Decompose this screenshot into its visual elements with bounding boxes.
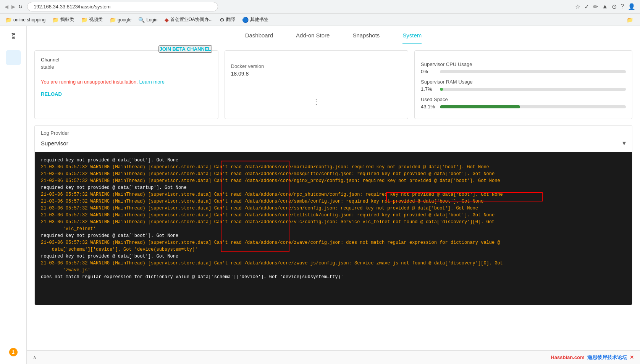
more-options-icon[interactable]: ⋮: [312, 97, 320, 106]
log-line-14: does not match regular expression for di…: [41, 274, 626, 280]
log-line-1: 21-03-06 05:57:32 WARNING (MainThread) […: [41, 164, 626, 171]
learn-more-link[interactable]: Learn more: [139, 79, 165, 85]
log-line-0: required key not provided @ data['boot']…: [41, 157, 626, 164]
browser-ext-triangle[interactable]: ▲: [602, 3, 608, 10]
hassbian-logo: Hassbian.com 瀚思彼岸技术论坛 ✕: [551, 354, 634, 361]
log-line-10: required key not provided @ data['boot']…: [41, 232, 626, 239]
cpu-progress-bar: [440, 70, 626, 73]
bookmark-translate[interactable]: 🔵 其他书签: [240, 16, 271, 24]
ram-progress-bar: [440, 88, 626, 91]
ram-progress-fill: [440, 88, 443, 91]
tab-snapshots[interactable]: Snapshots: [352, 32, 380, 44]
scroll-up-icon[interactable]: ∧: [33, 354, 37, 360]
log-console: required key not provided @ data['boot']…: [35, 152, 632, 305]
tab-dashboard[interactable]: Dashboard: [245, 32, 273, 44]
join-beta-button[interactable]: JOIN BETA CHANNEL: [158, 45, 212, 53]
ram-usage-value: 1.7%: [421, 86, 436, 92]
docker-card: Docker version 18.09.8 ⋮: [225, 50, 409, 119]
used-space-value: 43.1%: [421, 104, 436, 110]
content-area: Channel stable JOIN BETA CHANNEL You are…: [27, 44, 640, 350]
browser-ext-pen[interactable]: ✏: [593, 3, 598, 10]
bookmark-folder-icon-3: 📁: [81, 17, 87, 23]
page-wrapper: ant 1 Dashboard Add-on Store Snapshots S…: [0, 26, 640, 364]
notification-badge[interactable]: 1: [9, 348, 18, 356]
bookmark-login[interactable]: ◆ 首创置业OA协同办...: [162, 16, 215, 24]
bookmarks-bar: 📁 online shopping 📁 捣鼓类 📁 视频类 📁 google 🔍…: [0, 14, 640, 26]
cards-row: Channel stable JOIN BETA CHANNEL You are…: [34, 50, 632, 119]
log-line-11: 21-03-06 05:57:32 WARNING (MainThread) […: [41, 239, 626, 253]
ram-usage-row: 1.7%: [421, 86, 626, 92]
log-line-9: 21-03-06 05:57:32 WARNING (MainThread) […: [41, 219, 626, 232]
warning-text: You are running an unsupported installat…: [41, 79, 212, 85]
used-space-progress-bar: [440, 105, 626, 108]
browser-help-icon[interactable]: ?: [621, 3, 624, 10]
bookmark-folder-icon-4: 📁: [110, 17, 116, 23]
ram-usage-label: Supervisor RAM Usage: [421, 79, 626, 85]
hassbian-brand: Hassbian: [551, 354, 573, 360]
browser-bar: ◀ ▶ ↻ 192.168.34.33:8123/hassio/system ☆…: [0, 0, 640, 14]
bookmark-folder-icon: 📁: [5, 17, 12, 23]
tab-system[interactable]: System: [402, 32, 422, 44]
browser-url[interactable]: 192.168.34.33:8123/hassio/system: [27, 2, 218, 11]
channel-card: Channel stable JOIN BETA CHANNEL You are…: [34, 50, 218, 119]
log-provider-header: Log Provider: [35, 126, 632, 137]
bookmark-oa-label: 翻譯: [226, 16, 235, 23]
usage-card: Supervisor CPU Usage 0% Supervisor RAM U…: [414, 50, 632, 119]
log-line-12: required key not provided @ data['boot']…: [41, 253, 626, 260]
bookmark-folder-icon-2: 📁: [52, 17, 59, 23]
bottom-bar: ∧ Hassbian.com 瀚思彼岸技术论坛 ✕: [27, 350, 640, 364]
used-space-label: Used Space: [421, 97, 626, 102]
dropdown-arrow-icon[interactable]: ▾: [622, 139, 626, 147]
bookmark-label-3: 视频类: [89, 16, 103, 23]
bookmark-label-2: 捣鼓类: [60, 16, 74, 23]
tab-addon-store[interactable]: Add-on Store: [296, 32, 330, 44]
channel-value: stable: [41, 64, 59, 70]
browser-action-icons: ☆ ✓ ✏ ▲ ⊙ ? 👤: [575, 3, 635, 10]
used-space-progress-fill: [440, 105, 520, 108]
bookmark-oa-icon: ⚙: [220, 17, 225, 23]
bookmark-star-icon[interactable]: ☆: [575, 3, 580, 10]
browser-ext-check[interactable]: ✓: [584, 3, 589, 10]
bookmark-google-label: Login: [146, 17, 157, 23]
bookmark-google-icon: 🔍: [138, 17, 145, 23]
close-watermark-icon[interactable]: ✕: [630, 354, 634, 360]
reload-button[interactable]: RELOAD: [41, 91, 62, 97]
docker-version-label: Docker version: [231, 63, 402, 69]
browser-ext-circle[interactable]: ⊙: [612, 3, 617, 10]
sidebar-title: ant: [11, 30, 16, 42]
bookmark-video[interactable]: 📁 google: [107, 16, 134, 24]
bookmark-oa[interactable]: ⚙ 翻譯: [217, 16, 238, 24]
cpu-usage-value: 0%: [421, 69, 436, 74]
bookmark-login-icon: ◆: [165, 17, 169, 23]
bookmark-label: online shopping: [13, 17, 45, 23]
browser-refresh-icon[interactable]: ↻: [18, 4, 23, 10]
log-line-2: 21-03-06 05:57:32 WARNING (MainThread) […: [41, 171, 626, 177]
channel-label: Channel: [41, 57, 59, 63]
bookmark-google[interactable]: 🔍 Login: [136, 16, 160, 24]
log-line-7: 21-03-06 05:57:32 WARNING (MainThread) […: [41, 205, 626, 212]
browser-user-icon[interactable]: 👤: [628, 3, 635, 10]
nav-tabs: Dashboard Add-on Store Snapshots System: [27, 26, 640, 44]
docker-version-value: 18.09.8: [231, 71, 402, 77]
bookmark-translate-icon: 🔵: [242, 17, 249, 23]
log-provider-value: Supervisor: [41, 140, 622, 147]
bookmark-translate-label: 其他书签: [250, 16, 268, 23]
log-line-5: 21-03-06 05:57:32 WARNING (MainThread) […: [41, 191, 626, 198]
browser-forward-icon[interactable]: ▶: [11, 4, 15, 10]
sidebar: ant 1: [0, 26, 27, 364]
sidebar-active-item[interactable]: [6, 50, 21, 65]
bookmark-login-label: 首创置业OA协同办...: [170, 16, 213, 23]
bookmark-other[interactable]: 📁: [624, 16, 637, 24]
bookmark-tinker[interactable]: 📁 视频类: [79, 16, 105, 24]
cpu-usage-row: 0%: [421, 69, 626, 74]
log-line-13: 21-03-06 05:57:32 WARNING (MainThread) […: [41, 260, 626, 274]
bookmark-shopping[interactable]: 📁 online shopping: [3, 16, 48, 24]
bookmark-label-4: google: [118, 17, 131, 23]
browser-back-icon[interactable]: ◀: [5, 4, 8, 10]
log-line-4: required key not provided @ data['startu…: [41, 184, 626, 191]
forum-link[interactable]: 瀚思彼岸技术论坛: [587, 354, 627, 360]
bookmark-study[interactable]: 📁 捣鼓类: [50, 16, 76, 24]
log-section: Log Provider Supervisor ▾ required key n…: [34, 125, 632, 305]
bookmark-other-icon: 📁: [627, 17, 633, 23]
log-provider-select[interactable]: Supervisor ▾: [35, 137, 632, 152]
